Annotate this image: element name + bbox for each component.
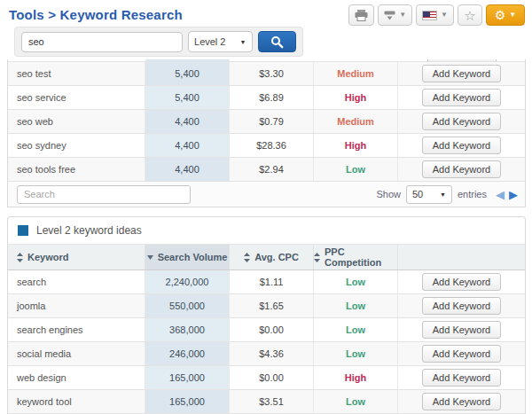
pagination: ◀ ▶ <box>496 189 518 200</box>
keyword-research-page: Tools > Keyword Research <box>0 0 532 414</box>
keyword-cell: seo web <box>8 110 145 133</box>
toolbar: ▼ ▼ ☆ ⚙ ▼ <box>348 4 525 26</box>
keyword-cell: seo tools free <box>8 158 145 181</box>
table-filter-input[interactable] <box>17 185 191 204</box>
ppc-competition-cell: High <box>314 134 398 157</box>
avg-cpc-cell: $3.51 <box>230 390 314 413</box>
search-volume-cell: 246,000 <box>145 342 230 365</box>
printer-icon <box>355 10 368 21</box>
avg-cpc-cell: $4.36 <box>230 342 314 365</box>
avg-cpc-cell: $28.36 <box>230 134 314 157</box>
ppc-competition-cell: High <box>314 86 398 109</box>
keyword-cell: search <box>8 270 145 293</box>
column-header-label: Search Volume <box>158 252 228 262</box>
favorite-button[interactable]: ☆ <box>458 4 482 26</box>
add-keyword-button[interactable]: Add Keyword <box>422 65 501 82</box>
column-header-keyword[interactable]: Keyword <box>8 245 145 269</box>
keyword-cell: seo test <box>8 62 145 85</box>
add-keyword-button[interactable]: Add Keyword <box>422 137 501 154</box>
sort-icon <box>314 253 320 262</box>
language-button[interactable]: ▼ <box>416 4 454 26</box>
table-row: social media 246,000 $4.36 Low Add Keywo… <box>8 342 525 366</box>
level-select[interactable]: Level 2 ▼ <box>188 31 252 52</box>
star-icon: ☆ <box>464 9 475 22</box>
ppc-competition-cell: Low <box>314 342 398 365</box>
search-volume-cell: 4,400 <box>145 134 230 157</box>
table-row: joomla 550,000 $1.65 Low Add Keyword <box>8 294 525 318</box>
next-page-icon[interactable]: ▶ <box>509 189 518 200</box>
table-footer: Show 50 ▼ entries ◀ ▶ <box>8 182 525 207</box>
column-header-label: Keyword <box>27 252 68 262</box>
table-row: seo service 5,400 $6.89 High Add Keyword <box>8 86 525 110</box>
add-keyword-button[interactable]: Add Keyword <box>422 393 501 410</box>
column-header-label: PPC Competition <box>325 246 397 268</box>
keyword-search-panel: Level 2 ▼ <box>14 27 303 57</box>
keyword-cell: search engines <box>8 318 145 341</box>
chevron-down-icon: ▼ <box>399 12 406 19</box>
ppc-competition-cell: Low <box>314 294 398 317</box>
avg-cpc-cell: $1.65 <box>230 294 314 317</box>
download-icon <box>384 11 395 20</box>
add-keyword-button[interactable]: Add Keyword <box>422 89 501 106</box>
table-row: seo web 4,400 $0.79 Medium Add Keyword <box>8 110 525 134</box>
search-volume-cell: 368,000 <box>145 318 230 341</box>
show-label: Show <box>376 189 401 199</box>
breadcrumb: Tools > Keyword Research <box>9 4 183 22</box>
search-volume-cell: 5,400 <box>145 62 230 85</box>
column-header-actions <box>398 245 525 269</box>
keyword-cell: web design <box>8 366 145 389</box>
table-row: seo sydney 4,400 $28.36 High Add Keyword <box>8 134 525 158</box>
column-header-search-volume[interactable]: Search Volume <box>145 245 230 269</box>
chevron-down-icon: ▼ <box>441 12 448 19</box>
column-header-avg-cpc[interactable]: Avg. CPC <box>230 245 314 269</box>
add-keyword-button[interactable]: Add Keyword <box>422 113 501 130</box>
add-keyword-button[interactable]: Add Keyword <box>422 273 501 291</box>
sort-icon <box>17 253 23 262</box>
keyword-cell: social media <box>8 342 145 365</box>
level2-keyword-ideas-panel: Level 2 keyword ideas Keyword Search Vol… <box>7 216 526 414</box>
previous-page-icon[interactable]: ◀ <box>496 189 505 200</box>
keyword-cell: joomla <box>8 294 145 317</box>
sort-icon <box>244 253 250 262</box>
page-size-value: 50 <box>412 189 423 199</box>
chevron-down-icon: ▼ <box>440 191 446 198</box>
table-row: search engines 368,000 $0.00 Low Add Key… <box>8 318 525 342</box>
table-header-row: Keyword Search Volume Avg. CPC <box>8 245 525 270</box>
table-row: keyword tool 165,000 $3.51 Low Add Keywo… <box>8 390 525 414</box>
avg-cpc-cell: $6.89 <box>230 86 314 109</box>
gear-icon: ⚙ <box>495 9 506 21</box>
table-row: seo tools free 4,400 $2.94 Low Add Keywo… <box>8 158 525 182</box>
level-select-value: Level 2 <box>194 36 225 47</box>
top-bar: Tools > Keyword Research <box>0 0 532 27</box>
ppc-competition-cell: Medium <box>314 110 398 133</box>
chevron-down-icon: ▼ <box>240 39 246 45</box>
add-keyword-button[interactable]: Add Keyword <box>422 345 501 363</box>
print-button[interactable] <box>348 4 374 26</box>
keyword-cell: seo sydney <box>8 134 145 157</box>
search-volume-cell: 5,400 <box>145 86 230 109</box>
ppc-competition-cell: Low <box>314 158 398 181</box>
add-keyword-button[interactable]: Add Keyword <box>422 321 501 339</box>
search-volume-cell: 165,000 <box>145 366 230 389</box>
settings-button[interactable]: ⚙ ▼ <box>486 4 525 26</box>
add-keyword-button[interactable]: Add Keyword <box>422 369 501 387</box>
add-keyword-button[interactable]: Add Keyword <box>422 297 501 315</box>
keyword-query-input[interactable] <box>21 32 183 52</box>
ppc-competition-cell: Low <box>314 318 398 341</box>
panel-title: Level 2 keyword ideas <box>36 224 142 237</box>
avg-cpc-cell: $2.94 <box>230 158 314 181</box>
avg-cpc-cell: $3.30 <box>230 62 314 85</box>
page-size-select[interactable]: 50 ▼ <box>406 185 452 204</box>
chevron-down-icon: ▼ <box>509 12 516 19</box>
search-volume-cell: 4,400 <box>145 158 230 181</box>
table-row: seo test 5,400 $3.30 Medium Add Keyword <box>8 62 525 86</box>
seo-keywords-table: seo test 5,400 $3.30 Medium Add Keyword … <box>7 59 526 207</box>
avg-cpc-cell: $0.79 <box>230 110 314 133</box>
blue-square-icon <box>18 225 28 236</box>
entries-label: entries <box>458 189 487 199</box>
export-button[interactable]: ▼ <box>378 4 412 26</box>
column-header-ppc-competition[interactable]: PPC Competition <box>314 245 398 269</box>
add-keyword-button[interactable]: Add Keyword <box>422 160 501 178</box>
search-button[interactable] <box>258 31 297 52</box>
table-row: web design 165,000 $0.00 High Add Keywor… <box>8 366 525 390</box>
